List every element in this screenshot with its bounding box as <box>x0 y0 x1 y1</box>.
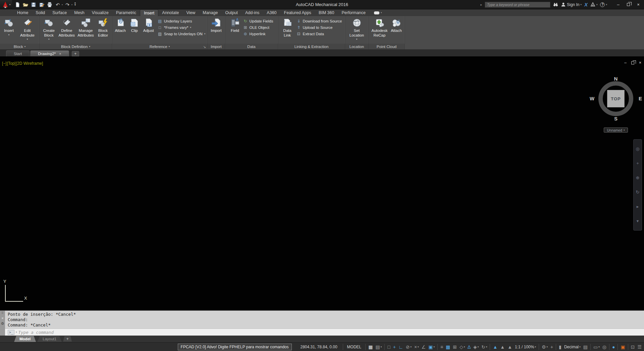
recent-commands-caret-icon[interactable]: ▾ <box>16 331 17 334</box>
sign-in-button[interactable]: Sign In ▾ <box>561 2 582 7</box>
viewcube-top-face[interactable]: TOP <box>607 90 625 107</box>
units-value[interactable]: Decimal▾ <box>563 343 582 351</box>
annotation-visibility-icon[interactable]: ▲ <box>491 343 499 351</box>
undo-button[interactable]: ↶ <box>54 1 61 8</box>
qat-customize-button[interactable]: ▾ <box>74 3 76 6</box>
viewport-canvas[interactable]: [−] [Top] [2D Wireframe] – × N S W E TOP… <box>0 56 644 310</box>
save-as-button[interactable] <box>38 1 45 8</box>
field-button[interactable]: A Field <box>229 17 241 34</box>
minimize-button[interactable]: – <box>613 1 623 8</box>
adjust-button[interactable]: Adjust <box>141 17 156 34</box>
file-tab-close-icon[interactable]: × <box>59 52 61 56</box>
zoom-icon[interactable]: ⊕ <box>636 175 640 180</box>
panel-import-caption[interactable]: Import <box>208 44 225 49</box>
open-drawing-button[interactable] <box>22 1 29 8</box>
isolate-objects-icon[interactable]: ◎ <box>601 343 608 351</box>
autodesk-recap-button[interactable]: Autodesk ReCap <box>370 17 389 38</box>
edit-attribute-button[interactable]: Edit Attribute ▾ <box>17 17 38 41</box>
model-space-toggle[interactable]: MODEL <box>347 345 362 349</box>
extract-data-button[interactable]: ⊟ Extract Data <box>296 31 343 37</box>
tab-view[interactable]: View <box>182 9 199 16</box>
tab-layout1[interactable]: Layout1 <box>37 336 62 342</box>
upload-to-source-button[interactable]: ⇑ Upload to Source <box>296 25 343 30</box>
ribbon-display-toggle[interactable]: ▾ <box>374 9 382 16</box>
viewcube-west[interactable]: W <box>590 96 594 101</box>
infer-constraints-icon[interactable]: □ <box>386 343 391 351</box>
ortho-mode-icon[interactable]: ∟ <box>397 343 405 351</box>
command-close-icon[interactable]: × <box>1 316 3 320</box>
snap-mode-icon[interactable]: ▤▾ <box>374 343 383 351</box>
plot-button[interactable] <box>46 1 53 8</box>
panel-data-caption[interactable]: Data <box>225 44 278 49</box>
object-snap-tracking-icon[interactable]: ∠ <box>420 343 427 351</box>
reference-dialog-launcher[interactable]: ↘ <box>203 45 206 49</box>
graphics-performance-icon[interactable]: ● <box>611 343 616 351</box>
panel-block-caption[interactable]: Block ▾ <box>0 44 39 49</box>
panel-reference-caption[interactable]: Reference ▾ ↘ <box>112 44 207 49</box>
tab-surface[interactable]: Surface <box>49 9 70 16</box>
orbit-icon[interactable]: ↻ <box>636 190 640 195</box>
customization-icon[interactable]: ☰ <box>636 343 643 351</box>
set-location-button[interactable]: Set Location ▾ <box>347 17 367 41</box>
ucs-name-dropdown[interactable]: Unnamed ▾ <box>604 128 628 133</box>
create-block-button[interactable]: Create Block ▾ <box>41 17 57 41</box>
underlay-layers-button[interactable]: ▤ Underlay Layers <box>157 18 207 24</box>
isometric-drafting-icon[interactable]: ×▾ <box>413 343 420 351</box>
units-icon[interactable]: ▮ <box>557 343 563 351</box>
navigation-bar[interactable]: ◎ + ⊕ ↻ ▸ ▾ <box>633 139 642 231</box>
tab-bim-360[interactable]: BIM 360 <box>315 9 338 16</box>
viewcube-north[interactable]: N <box>589 76 643 82</box>
update-fields-button[interactable]: ↻ Update Fields <box>242 18 274 24</box>
command-drag-grip[interactable]: ⠿ <box>1 311 4 315</box>
annotation-scale-icon[interactable]: ▲ <box>506 343 514 351</box>
panel-block-definition-caption[interactable]: Block Definition ▾ <box>40 44 112 49</box>
tab-output[interactable]: Output <box>221 9 241 16</box>
drawing-minimize-button[interactable]: – <box>624 60 627 65</box>
data-link-button[interactable]: Data Link <box>280 17 295 38</box>
grid-icon[interactable]: ▦ <box>367 343 374 351</box>
viewport-view-control[interactable]: [Top] <box>7 61 16 66</box>
file-tab-start[interactable]: Start <box>6 50 30 56</box>
new-layout-button[interactable]: + <box>63 336 72 342</box>
import-button[interactable]: Import <box>209 17 224 34</box>
dynamic-ucs-icon[interactable]: ∆ <box>466 343 472 351</box>
ole-object-button[interactable]: ⊞ OLE Object <box>242 25 274 30</box>
tab-model[interactable]: Model <box>14 336 36 342</box>
close-button[interactable]: × <box>633 1 643 8</box>
help-button[interactable]: ? ▾ <box>600 2 607 7</box>
selection-filtering-icon[interactable]: ◈▾ <box>472 343 480 351</box>
hardware-acceleration-icon[interactable]: ▭▾ <box>592 343 601 351</box>
navbar-caret-icon[interactable]: ▾ <box>637 218 639 223</box>
tab-a360[interactable]: A360 <box>263 9 280 16</box>
undo-caret-icon[interactable]: ▾ <box>62 3 63 6</box>
tab-annotate[interactable]: Annotate <box>158 9 182 16</box>
fpcad-status-button[interactable]: FPCAD [V2.0] Ativo! Digite FPHELP para m… <box>178 344 292 350</box>
autoscale-icon[interactable]: ▲ <box>499 343 506 351</box>
search-button[interactable] <box>553 2 558 7</box>
selection-cycling-icon[interactable]: ⊞ <box>451 343 458 351</box>
tab-performance[interactable]: Performance <box>338 9 369 16</box>
viewcube-east[interactable]: E <box>639 96 642 101</box>
drawing-restore-button[interactable] <box>631 61 634 64</box>
hyperlink-button[interactable]: ⊚ Hyperlink <box>242 31 274 37</box>
frames-vary-button[interactable]: □ *Frames vary* ▾ <box>157 25 207 30</box>
command-customize-icon[interactable]: ⚙ <box>1 322 4 325</box>
showmotion-icon[interactable]: ▸ <box>637 204 639 209</box>
lineweight-icon[interactable]: ≡ <box>439 343 444 351</box>
manage-attributes-button[interactable]: Manage Attributes <box>76 17 95 38</box>
transparency-icon[interactable]: ▩ <box>444 343 451 351</box>
tab-insert[interactable]: Insert <box>140 9 158 16</box>
tab-parametric[interactable]: Parametric <box>112 9 140 16</box>
tab-manage[interactable]: Manage <box>199 9 221 16</box>
command-input[interactable] <box>18 330 644 335</box>
viewport-controls-menu[interactable]: [−] <box>2 61 7 66</box>
redo-caret-icon[interactable]: ▾ <box>71 3 72 6</box>
download-from-source-button[interactable]: ⇓ Download from Source <box>296 18 343 24</box>
workspace-switching-icon[interactable]: ⚙▾ <box>540 343 549 351</box>
block-editor-button[interactable]: Block Editor <box>96 17 110 38</box>
tab-visualize[interactable]: Visualize <box>88 9 112 16</box>
infocenter-expander-icon[interactable]: ▸ <box>481 3 482 6</box>
drawing-close-button[interactable]: × <box>639 60 641 65</box>
a360-button[interactable]: ▾ <box>590 2 598 7</box>
attach-reference-button[interactable]: Attach <box>113 17 128 34</box>
